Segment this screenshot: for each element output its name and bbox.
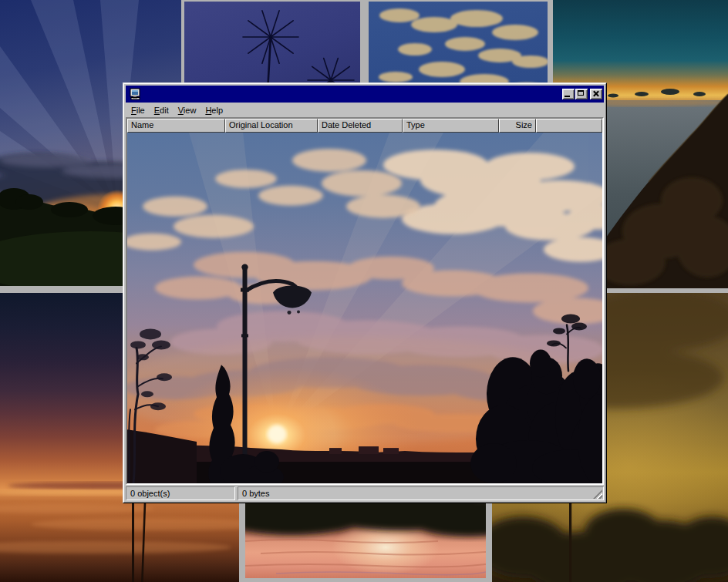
close-icon — [590, 89, 602, 99]
recycle-bin-window: File Edit View Help Name Original Locati… — [123, 82, 607, 503]
resize-grip[interactable] — [593, 489, 602, 499]
column-header-row: Name Original Location Date Deleted Type… — [127, 119, 602, 133]
status-size-text: 0 bytes — [242, 489, 269, 498]
list-viewport-showing-wallpaper[interactable] — [127, 133, 602, 483]
column-header-original-location[interactable]: Original Location — [225, 119, 318, 133]
window-frame: File Edit View Help Name Original Locati… — [123, 83, 606, 503]
menu-file[interactable]: File — [126, 104, 150, 116]
column-header-type[interactable]: Type — [403, 119, 499, 133]
status-bar: 0 object(s) 0 bytes — [126, 485, 604, 500]
column-header-name[interactable]: Name — [127, 119, 225, 133]
menu-bar: File Edit View Help — [126, 103, 604, 117]
title-bar[interactable] — [126, 86, 604, 103]
menu-view[interactable]: View — [174, 104, 201, 116]
menu-help[interactable]: Help — [201, 104, 228, 116]
maximize-button[interactable] — [575, 89, 588, 99]
maximize-icon — [578, 90, 584, 96]
menu-edit[interactable]: Edit — [150, 104, 174, 116]
minimize-button[interactable] — [562, 89, 575, 99]
computer-icon[interactable] — [129, 88, 141, 100]
desktop: File Edit View Help Name Original Locati… — [0, 0, 728, 582]
close-button[interactable] — [590, 89, 602, 99]
file-list-view: Name Original Location Date Deleted Type… — [126, 117, 604, 485]
column-header-filler — [536, 119, 602, 133]
minimize-icon — [565, 96, 570, 97]
streetlamp-sunset-art — [127, 133, 602, 483]
status-object-count: 0 object(s) — [126, 486, 235, 500]
column-header-date-deleted[interactable]: Date Deleted — [318, 119, 403, 133]
column-header-size[interactable]: Size — [499, 119, 536, 133]
status-size: 0 bytes — [238, 486, 604, 500]
